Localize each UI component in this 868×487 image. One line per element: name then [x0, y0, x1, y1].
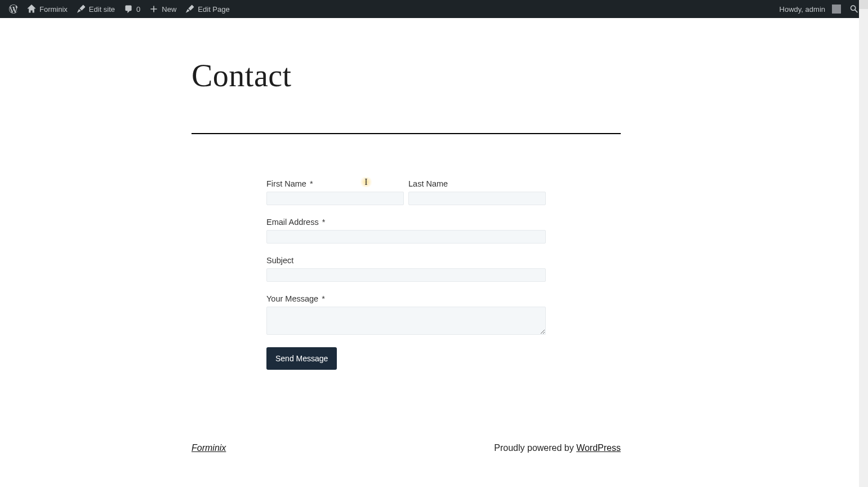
- edit-site-text: Edit site: [89, 5, 115, 14]
- wordpress-link[interactable]: WordPress: [576, 443, 621, 453]
- last-name-group: Last Name: [408, 179, 546, 205]
- howdy-link[interactable]: Howdy, admin: [775, 0, 845, 18]
- submit-button[interactable]: Send Message: [266, 347, 337, 370]
- edit-site-link[interactable]: Edit site: [72, 0, 119, 18]
- subject-label: Subject: [266, 256, 546, 265]
- email-label: Email Address *: [266, 218, 546, 227]
- subject-input[interactable]: [266, 268, 546, 282]
- name-row: First Name * Last Name: [266, 179, 546, 205]
- message-textarea[interactable]: [266, 307, 546, 335]
- wordpress-icon: [9, 5, 18, 14]
- first-name-group: First Name *: [266, 179, 404, 205]
- message-group: Your Message *: [266, 294, 546, 335]
- site-name-text: Forminix: [39, 5, 68, 14]
- edit-page-text: Edit Page: [198, 5, 229, 14]
- comments-link[interactable]: 0: [119, 0, 145, 18]
- new-text: New: [162, 5, 176, 14]
- brush-icon: [77, 5, 86, 14]
- subject-group: Subject: [266, 256, 546, 282]
- message-label: Your Message *: [266, 294, 546, 303]
- wp-admin-bar: Forminix Edit site 0 New Edit Page Howdy…: [0, 0, 868, 18]
- plus-icon: [149, 5, 158, 14]
- first-name-input[interactable]: [266, 192, 404, 205]
- new-link[interactable]: New: [145, 0, 181, 18]
- adminbar-right: Howdy, admin: [775, 0, 863, 18]
- comment-icon: [124, 5, 133, 14]
- vertical-scrollbar[interactable]: [859, 0, 868, 487]
- edit-page-link[interactable]: Edit Page: [181, 0, 234, 18]
- last-name-input[interactable]: [408, 192, 546, 205]
- last-name-label: Last Name: [408, 179, 546, 188]
- site-footer: Forminix Proudly powered by WordPress: [192, 443, 621, 453]
- wp-logo[interactable]: [5, 0, 23, 18]
- home-icon: [27, 5, 36, 14]
- first-name-label: First Name *: [266, 179, 404, 188]
- howdy-text: Howdy, admin: [780, 5, 825, 14]
- email-input[interactable]: [266, 230, 546, 244]
- email-group: Email Address *: [266, 218, 546, 244]
- pencil-icon: [185, 5, 194, 14]
- adminbar-left: Forminix Edit site 0 New Edit Page: [5, 0, 234, 18]
- page-title: Contact: [192, 57, 621, 94]
- site-name-link[interactable]: Forminix: [23, 0, 72, 18]
- scroll-up-button[interactable]: [859, 0, 868, 9]
- footer-site-link[interactable]: Forminix: [192, 443, 226, 453]
- avatar: [832, 5, 841, 14]
- comments-count: 0: [136, 5, 140, 14]
- content-area: Contact First Name * Last Name Email Add…: [0, 18, 868, 370]
- footer-credit: Proudly powered by WordPress: [494, 443, 621, 453]
- contact-form: First Name * Last Name Email Address * S…: [266, 179, 546, 370]
- content-inner: Contact First Name * Last Name Email Add…: [192, 57, 621, 370]
- divider: [192, 133, 621, 134]
- search-icon: [850, 5, 859, 14]
